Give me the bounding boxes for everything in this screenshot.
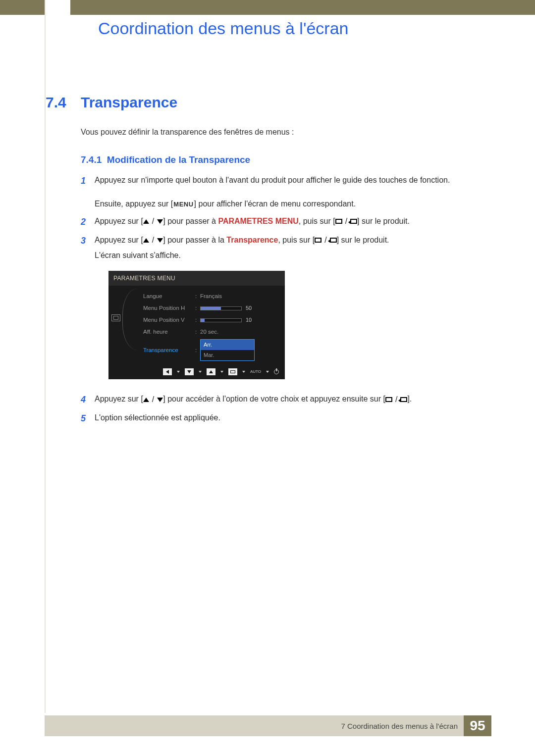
colon: : (195, 316, 200, 325)
colon: : (195, 328, 200, 337)
slash: / (344, 215, 348, 228)
osd-nav-enter-icon (228, 368, 237, 375)
text: ] pour passer à la (163, 236, 226, 244)
osd-value: 50 (200, 304, 279, 312)
slider-value: 10 (246, 316, 252, 324)
osd-nav-up-icon (207, 368, 215, 375)
tiny-down-icon (199, 371, 202, 373)
slash: / (323, 234, 327, 247)
subsection-heading: 7.4.1 Modification de la Transparence (81, 154, 250, 165)
osd-screenshot: PARAMETRES MENU Langue : Français Menu P… (108, 271, 487, 380)
text: , puis sur [ (299, 217, 335, 225)
text: ] sur le produit. (357, 217, 410, 225)
menu-button-label: MENU (173, 200, 194, 209)
slider-value: 50 (246, 304, 252, 312)
text: Ensuite, appuyez sur [ (95, 200, 173, 208)
step-body: L'option sélectionnée est appliquée. (95, 412, 487, 426)
text: ]. (407, 395, 412, 403)
text: Appuyez sur [ (95, 236, 143, 244)
page-number: 95 (464, 715, 491, 736)
osd-row-aff-heure: Aff. heure : 20 sec. (143, 326, 279, 338)
step-body: Appuyez sur n'importe quel bouton à l'av… (95, 174, 487, 188)
rect-icon (385, 397, 392, 402)
osd-row-langue: Langue : Français (143, 291, 279, 302)
footer-band: 7 Coordination des menus à l'écran 95 (45, 715, 491, 736)
up-down-icon: / (143, 234, 163, 247)
step-number: 4 (81, 393, 95, 407)
osd-value: 20 sec. (200, 328, 279, 337)
osd-row-transparence: Transparence : Arr. Mar. (143, 338, 279, 362)
text: ] pour passer à (163, 217, 218, 225)
triangle-down-icon (157, 398, 163, 402)
osd-nav-left-icon (163, 368, 172, 375)
osd-value: 10 (200, 316, 279, 324)
osd-nav-down-icon (185, 368, 194, 375)
step-4: 4 Appuyez sur [/] pour accéder à l'optio… (81, 393, 487, 407)
slash: / (151, 215, 155, 228)
up-down-icon: / (143, 394, 163, 406)
text: Appuyez sur [ (95, 217, 143, 225)
osd-label: Langue (143, 292, 195, 301)
step-1: 1 Appuyez sur n'importe quel bouton à l'… (81, 174, 487, 188)
up-down-icon: / (143, 215, 163, 228)
colon: : (195, 304, 200, 313)
step-number: 1 (81, 174, 95, 188)
slider (200, 306, 242, 310)
osd-label: Menu Position V (143, 316, 195, 325)
tiny-down-icon (242, 371, 245, 373)
rect-icon (315, 238, 321, 243)
dropdown-selected: Arr. (201, 340, 254, 350)
osd-row-position-h: Menu Position H : 50 (143, 302, 279, 314)
header-band (0, 0, 535, 15)
osd-title: PARAMETRES MENU (108, 271, 285, 286)
triangle-down-icon (157, 238, 163, 243)
step-5: 5 L'option sélectionnée est appliquée. (81, 412, 487, 426)
header-tab (46, 0, 70, 15)
osd-footer: AUTO (108, 365, 285, 376)
section-number: 7.4 (46, 94, 66, 111)
return-icon (400, 397, 407, 402)
osd-label: Menu Position H (143, 304, 195, 313)
dropdown-option: Mar. (201, 350, 254, 360)
slash: / (394, 394, 398, 406)
power-icon (274, 369, 279, 374)
osd-value: Français (200, 292, 279, 301)
osd-label-selected: Transparence (143, 346, 195, 355)
colon: : (195, 292, 200, 301)
osd-label: Aff. heure (143, 328, 195, 337)
text: L'écran suivant s'affiche. (95, 250, 487, 262)
step-3: 3 Appuyez sur [/] pour passer à la Trans… (81, 234, 487, 389)
triangle-down-icon (157, 219, 163, 224)
step-number: 5 (81, 412, 95, 426)
enter-return-icon: / (335, 215, 357, 228)
transparence-label: Transparence (226, 236, 278, 244)
return-icon (330, 238, 337, 243)
text: Appuyez sur [ (95, 395, 143, 403)
tiny-down-icon (266, 371, 269, 373)
return-icon (350, 219, 357, 224)
triangle-up-icon (143, 238, 149, 243)
osd-panel: PARAMETRES MENU Langue : Français Menu P… (108, 271, 285, 380)
slider-fill (201, 319, 205, 322)
osd-curve-decoration (122, 289, 137, 350)
slash: / (151, 394, 155, 406)
step-body: Appuyez sur [/] pour passer à PARAMETRES… (95, 215, 487, 229)
triangle-up-icon (143, 398, 149, 402)
step-body: Appuyez sur [/] pour passer à la Transpa… (95, 234, 487, 389)
steps-list: 1 Appuyez sur n'importe quel bouton à l'… (81, 174, 487, 431)
osd-row-position-v: Menu Position V : 10 (143, 314, 279, 326)
section-title: Transparence (81, 94, 177, 111)
enter-return-icon: / (385, 394, 407, 406)
footer-chapter-label: 7 Coordination des menus à l'écran (341, 722, 464, 730)
text: ] sur le produit. (337, 236, 389, 244)
triangle-up-icon (143, 219, 149, 224)
rect-icon (335, 219, 342, 224)
parametres-menu-label: PARAMETRES MENU (218, 217, 298, 225)
osd-body: Langue : Français Menu Position H : 50 (108, 286, 285, 365)
osd-value: Arr. Mar. (200, 339, 279, 361)
osd-category-icon (111, 314, 120, 321)
tiny-down-icon (177, 371, 180, 373)
text: , puis sur [ (278, 236, 315, 244)
osd-auto-label: AUTO (250, 369, 261, 375)
text: ] pour afficher l'écran de menu correspo… (194, 200, 356, 208)
